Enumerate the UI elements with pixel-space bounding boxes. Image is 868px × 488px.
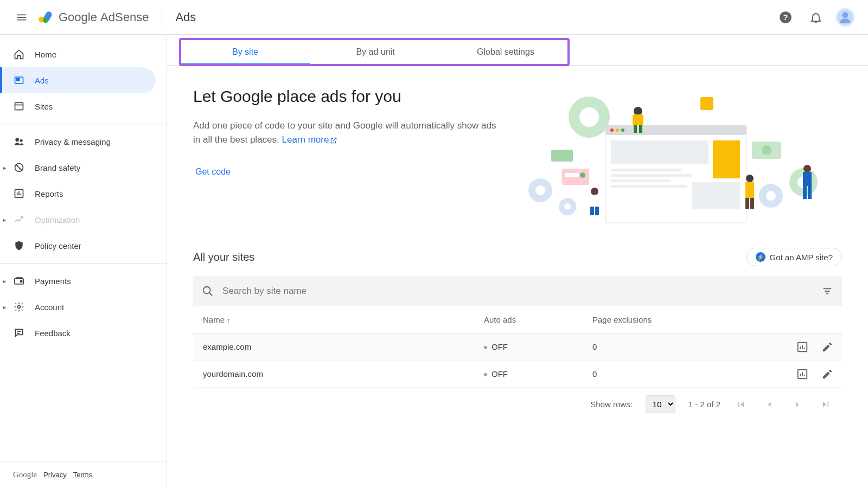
sidebar-item-account[interactable]: ▸ Account [0, 294, 156, 320]
sidebar-divider [0, 124, 167, 124]
svg-rect-48 [639, 125, 642, 133]
status-dot-icon [484, 373, 487, 376]
ads-icon [13, 74, 25, 86]
sidebar-item-label: Payments [35, 277, 71, 286]
amp-site-chip[interactable]: ⚡ Got an AMP site? [746, 248, 842, 266]
status-dot-icon [484, 346, 487, 349]
tab-global-settings[interactable]: Global settings [441, 39, 571, 65]
svg-rect-38 [551, 150, 573, 162]
policy-icon [13, 240, 25, 252]
sidebar-footer: Google Privacy Terms [0, 461, 167, 488]
table-header-row: Name↑ Auto ads Page exclusions [193, 306, 842, 333]
notifications-button[interactable] [805, 7, 827, 28]
edit-button[interactable] [821, 368, 833, 380]
search-icon [202, 285, 214, 297]
svg-rect-56 [750, 198, 754, 209]
reports-icon [13, 188, 25, 200]
svg-rect-60 [808, 186, 812, 199]
sidebar-divider [0, 263, 167, 264]
svg-point-45 [634, 107, 642, 115]
svg-rect-47 [634, 125, 637, 133]
sidebar-item-payments[interactable]: ▸ Payments [0, 268, 156, 294]
sidebar-item-ads[interactable]: Ads [0, 67, 156, 93]
svg-rect-35 [611, 179, 671, 182]
sidebar-item-label: Privacy & messaging [35, 137, 111, 146]
pager-first-button[interactable] [733, 397, 749, 412]
chevron-right-icon: ▸ [3, 217, 6, 223]
footer-privacy-link[interactable]: Privacy [43, 471, 67, 479]
svg-rect-46 [633, 114, 643, 125]
payments-icon [13, 275, 25, 287]
search-input[interactable] [222, 286, 813, 297]
external-link-icon [330, 137, 337, 144]
bell-icon [809, 11, 822, 24]
brand-safety-icon [13, 162, 25, 174]
svg-point-10 [20, 139, 23, 142]
column-header-exclusions[interactable]: Page exclusions [592, 315, 701, 324]
footer-terms-link[interactable]: Terms [73, 471, 92, 479]
sidebar-item-feedback[interactable]: Feedback [0, 320, 156, 346]
svg-rect-37 [692, 182, 740, 209]
sidebar-item-policy-center[interactable]: Policy center [0, 233, 156, 259]
svg-text:?: ? [783, 12, 788, 22]
edit-button[interactable] [821, 341, 833, 353]
report-button[interactable] [796, 368, 808, 380]
auto-ads-cell: OFF [484, 369, 592, 378]
svg-point-61 [203, 287, 210, 294]
svg-rect-55 [745, 198, 749, 209]
pencil-icon [821, 341, 833, 353]
tab-by-ad-unit[interactable]: By ad unit [310, 39, 441, 65]
pager-prev-button[interactable] [762, 397, 777, 412]
sidebar-item-home[interactable]: Home [0, 41, 156, 67]
product-name: Google AdSense [59, 10, 149, 24]
svg-rect-58 [803, 172, 812, 186]
help-button[interactable]: ? [775, 7, 796, 28]
chevron-right-icon: ▸ [3, 165, 6, 171]
get-code-button[interactable]: Get code [193, 163, 233, 181]
sidebar-item-brand-safety[interactable]: ▸ Brand safety [0, 155, 156, 181]
report-button[interactable] [796, 341, 808, 353]
svg-rect-27 [605, 125, 746, 135]
sidebar-item-privacy[interactable]: Privacy & messaging [0, 129, 156, 155]
main-content: By site By ad unit Global settings Let G… [167, 35, 868, 488]
svg-point-2 [43, 17, 48, 23]
sidebar: Home Ads Sites Privacy & messaging ▸ Bra… [0, 35, 167, 488]
account-avatar-button[interactable] [835, 8, 855, 27]
svg-rect-31 [611, 140, 709, 164]
svg-point-29 [616, 129, 619, 132]
column-header-name[interactable]: Name↑ [202, 315, 484, 324]
sidebar-item-optimization[interactable]: ▸ Optimization [0, 207, 156, 233]
footer-brand: Google [13, 470, 37, 479]
svg-point-53 [746, 175, 754, 182]
pencil-icon [821, 368, 833, 380]
chart-icon [796, 341, 808, 353]
column-header-auto-ads[interactable]: Auto ads [484, 315, 592, 324]
sidebar-item-reports[interactable]: Reports [0, 181, 156, 207]
table-row: example.com OFF 0 [193, 333, 842, 361]
product-logo[interactable]: Google AdSense [37, 9, 149, 26]
filter-icon[interactable] [821, 285, 833, 297]
sidebar-item-sites[interactable]: Sites [0, 93, 156, 119]
svg-rect-59 [803, 186, 807, 199]
gear-icon [13, 301, 25, 313]
svg-rect-8 [15, 102, 23, 110]
svg-point-15 [18, 306, 21, 309]
svg-point-57 [803, 165, 811, 172]
exclusions-cell: 0 [592, 369, 701, 378]
pager-last-button[interactable] [818, 397, 833, 412]
rows-per-page-select[interactable]: 10 [646, 395, 675, 413]
sidebar-item-label: Account [35, 303, 64, 312]
first-page-icon [736, 399, 746, 410]
exclusions-cell: 0 [592, 342, 701, 351]
svg-point-28 [610, 129, 614, 132]
svg-point-19 [535, 185, 545, 195]
hamburger-menu-button[interactable] [9, 4, 35, 30]
chevron-right-icon: ▸ [3, 278, 6, 284]
search-bar [193, 276, 842, 306]
hero-description: Add one piece of code to your site and G… [193, 119, 497, 147]
tab-by-site[interactable]: By site [180, 39, 310, 65]
svg-point-23 [766, 191, 776, 201]
svg-rect-33 [611, 169, 681, 171]
pager-next-button[interactable] [790, 397, 805, 412]
learn-more-link[interactable]: Learn more [282, 134, 337, 145]
